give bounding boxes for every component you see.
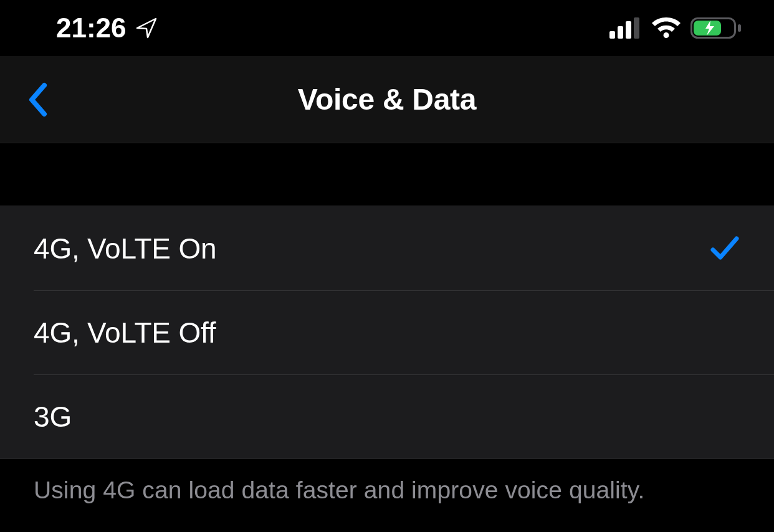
option-label: 4G, VoLTE On [34,232,216,265]
option-label: 3G [34,400,72,434]
cellular-signal-icon [609,17,642,39]
svg-rect-6 [738,24,741,32]
checkmark-icon [709,234,740,263]
wifi-icon [651,17,682,39]
footer-text: Using 4G can load data faster and improv… [34,475,740,506]
section-gap [0,143,774,206]
status-right [609,16,743,40]
back-button[interactable] [19,75,56,125]
page-title: Voice & Data [298,82,476,116]
option-label: 4G, VoLTE Off [34,316,216,349]
svg-rect-1 [618,26,623,39]
svg-rect-0 [609,31,615,39]
options-list: 4G, VoLTE On 4G, VoLTE Off 3G [0,206,774,459]
svg-rect-2 [626,21,631,39]
nav-header: Voice & Data [0,56,774,143]
status-bar: 21:26 [0,0,774,56]
battery-charging-icon [690,16,743,40]
status-left: 21:26 [56,12,159,44]
option-4g-volte-on[interactable]: 4G, VoLTE On [0,206,774,290]
status-time: 21:26 [56,12,127,44]
option-3g[interactable]: 3G [0,374,774,458]
location-icon [135,16,159,40]
svg-rect-3 [634,17,639,39]
option-4g-volte-off[interactable]: 4G, VoLTE Off [0,290,774,374]
section-footer: Using 4G can load data faster and improv… [0,459,774,506]
